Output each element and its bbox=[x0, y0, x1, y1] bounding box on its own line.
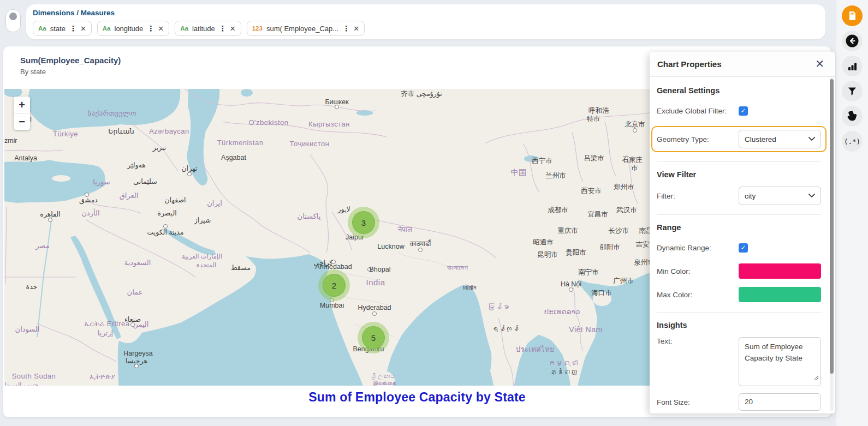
zoom-in-button[interactable]: + bbox=[14, 97, 30, 113]
section-heading: Range bbox=[657, 223, 821, 232]
map-city-label: 宜昌市 bbox=[587, 210, 608, 219]
field-chip[interactable]: Aalatitude⋮✕ bbox=[175, 21, 241, 36]
remove-field-icon[interactable]: ✕ bbox=[230, 25, 236, 33]
map-city-label: 长沙市 bbox=[608, 226, 629, 236]
zoom-out-button[interactable]: − bbox=[14, 113, 30, 130]
field-chip-label: state bbox=[50, 25, 66, 33]
kebab-menu-icon[interactable]: ⋮ bbox=[219, 24, 226, 33]
panel-row-label: Filter: bbox=[657, 192, 675, 200]
panel-row: Filter:city bbox=[657, 187, 821, 205]
map-country-label: سوريا bbox=[93, 178, 110, 186]
storage-card-icon bbox=[847, 10, 858, 21]
chart-subtitle: By state bbox=[20, 68, 46, 76]
select-value: city bbox=[745, 192, 756, 200]
map-city-label: لاہور bbox=[337, 205, 350, 214]
cluster-marker[interactable]: 5 bbox=[358, 322, 389, 353]
remove-field-icon[interactable]: ✕ bbox=[158, 25, 164, 33]
toolbar-button-regex[interactable]: (.*) bbox=[842, 131, 863, 152]
toolbar-button-back[interactable] bbox=[842, 31, 863, 51]
map-city-label: Antalya bbox=[14, 154, 37, 162]
map-country-label: ປະເທດລາວ bbox=[544, 308, 580, 316]
panel-row-label: Dynamic Range: bbox=[657, 244, 711, 252]
drag-handle[interactable] bbox=[5, 9, 21, 32]
toolbar-button-filter[interactable] bbox=[842, 81, 863, 101]
map-city-label: تبريز bbox=[153, 143, 167, 152]
panel-row: Min Color: bbox=[657, 263, 821, 279]
toolbar-button-storage-card[interactable] bbox=[842, 5, 863, 26]
panel-header: Chart Properties ✕ bbox=[650, 52, 835, 77]
dimensions-measures-title: Dimensions / Measures bbox=[33, 9, 115, 17]
map-country-label: Тоҷикистон bbox=[290, 140, 330, 148]
map-country-label: Việt Nam bbox=[569, 325, 602, 334]
text-type-icon: Aa bbox=[103, 25, 111, 32]
field-chip[interactable]: Aalongitude⋮✕ bbox=[97, 21, 169, 36]
map-country-label: الأردن bbox=[81, 209, 99, 217]
panel-row-label: Text: bbox=[657, 337, 673, 345]
bar-chart-icon bbox=[847, 61, 858, 71]
toolbar-button-hand[interactable] bbox=[842, 106, 863, 127]
map-city-label: جدة bbox=[26, 283, 38, 291]
map-country-label: South Sudan bbox=[12, 372, 56, 380]
panel-row: Geometry Type:Clustered bbox=[651, 126, 827, 152]
color-swatch[interactable] bbox=[739, 263, 821, 279]
chevron-down-icon bbox=[808, 137, 815, 141]
map-country-label: السعودية bbox=[124, 259, 151, 267]
cluster-marker[interactable]: 3 bbox=[348, 207, 379, 238]
section-heading: General Settings bbox=[657, 86, 821, 95]
map-country-label: Türkiye bbox=[53, 130, 78, 138]
field-chip-label: latitude bbox=[192, 25, 215, 33]
map-city-label: İzmir bbox=[4, 137, 17, 145]
map-city-label: 西安市 bbox=[581, 187, 602, 196]
field-chip-label: sum( Employee_Cap... bbox=[266, 25, 338, 33]
kebab-menu-icon[interactable]: ⋮ bbox=[147, 24, 154, 33]
kebab-menu-icon[interactable]: ⋮ bbox=[342, 24, 349, 33]
map-city-label: काठमाडौं bbox=[410, 240, 431, 248]
select-value: Clustered bbox=[745, 135, 776, 143]
map-city-label: ភ្នំពេញ bbox=[550, 368, 578, 376]
remove-field-icon[interactable]: ✕ bbox=[80, 25, 86, 33]
text-type-icon: Aa bbox=[180, 25, 188, 32]
color-swatch[interactable] bbox=[739, 287, 821, 302]
map-country-label: 中国 bbox=[511, 168, 527, 178]
panel-scrollbar[interactable] bbox=[830, 79, 834, 374]
map-country-label: السودان bbox=[15, 325, 40, 333]
map-city-label: دمشق bbox=[79, 196, 98, 204]
checkbox-checked[interactable]: ✓ bbox=[739, 106, 748, 116]
panel-row: Dynamic Range:✓ bbox=[657, 239, 821, 256]
map-city-label: Бишкек bbox=[325, 98, 348, 106]
chart-properties-panel: Chart Properties ✕ General SettingsExclu… bbox=[650, 52, 835, 413]
map-country-label: កម្ពុជា bbox=[549, 359, 578, 367]
map-city-label: صنعاء bbox=[124, 315, 141, 323]
map-country-label: नेपाल bbox=[398, 225, 413, 234]
resize-handle-icon[interactable] bbox=[813, 373, 819, 384]
map-city-label: 北京市 bbox=[625, 120, 645, 129]
chart-title: Sum(Employee_Capacity) bbox=[20, 56, 121, 65]
map-country-label: الإمارات العربية bbox=[182, 253, 222, 260]
map-country-label: မြန်မာ bbox=[487, 303, 510, 311]
panel-row: Text:Sum of Employee Capacity by State bbox=[657, 337, 821, 386]
kebab-menu-icon[interactable]: ⋮ bbox=[69, 24, 76, 33]
map-city-label: 西宁市 bbox=[532, 157, 552, 166]
text-textarea[interactable]: Sum of Employee Capacity by State bbox=[739, 337, 821, 386]
toolbar-button-bar-chart[interactable] bbox=[842, 56, 863, 76]
panel-row-control bbox=[739, 263, 821, 279]
close-icon[interactable]: ✕ bbox=[815, 57, 824, 70]
select-dropdown[interactable]: city bbox=[739, 187, 821, 205]
map-city-label: 特市 bbox=[587, 115, 601, 124]
map-city-label: Hà Nội bbox=[561, 280, 581, 288]
hand-pointer-icon bbox=[847, 110, 858, 122]
panel-row-control: Sum of Employee Capacity by State bbox=[739, 337, 821, 386]
map-country-label: ايران bbox=[207, 199, 222, 207]
remove-field-icon[interactable]: ✕ bbox=[353, 25, 359, 33]
cluster-marker[interactable]: 2 bbox=[318, 269, 350, 301]
checkbox-checked[interactable]: ✓ bbox=[739, 243, 748, 253]
map-city-label: 昆明市 bbox=[537, 250, 558, 260]
map-country-label: India bbox=[366, 278, 385, 287]
map-city-label: 重庆市 bbox=[557, 226, 578, 236]
field-chip[interactable]: Aastate⋮✕ bbox=[33, 21, 92, 36]
text-input[interactable]: 20 bbox=[739, 393, 821, 411]
map-city-label: 邵阳市 bbox=[599, 243, 620, 252]
select-dropdown[interactable]: Clustered bbox=[739, 130, 821, 148]
field-chip[interactable]: 123sum( Employee_Cap...⋮✕ bbox=[247, 21, 365, 36]
dimensions-measures-bar: Dimensions / Measures Aastate⋮✕Aalongitu… bbox=[26, 4, 825, 39]
